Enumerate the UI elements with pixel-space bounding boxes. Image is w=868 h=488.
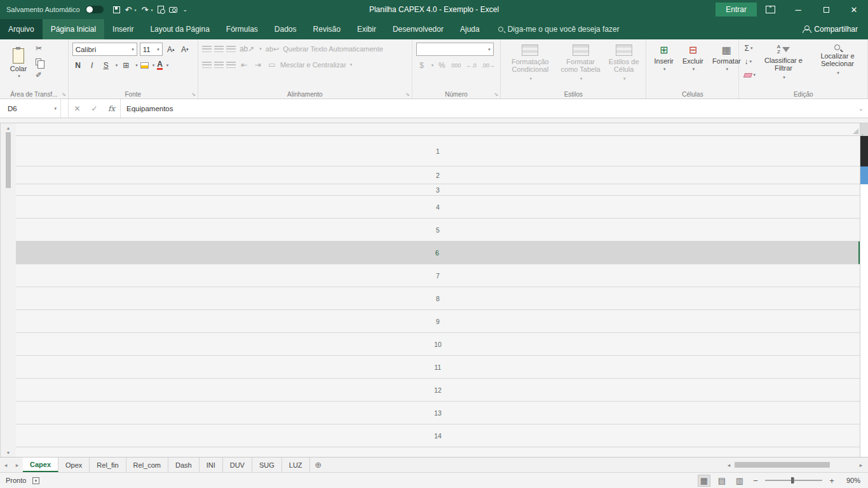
sort-filter-button[interactable]: AZ Classificar e Filtrar▾ — [758, 43, 809, 87]
minimize-button[interactable]: ─ — [784, 0, 812, 19]
align-right-icon[interactable] — [226, 62, 236, 69]
font-size-select[interactable]: 11▾ — [140, 43, 163, 56]
row-header[interactable]: 8 — [16, 287, 860, 310]
sheet-tab-sug[interactable]: SUG — [252, 458, 282, 472]
tab-revisao[interactable]: Revisão — [305, 19, 349, 39]
tab-inserir[interactable]: Inserir — [104, 19, 142, 39]
row-header[interactable]: 7 — [16, 264, 860, 287]
bold-button[interactable]: N — [72, 59, 84, 72]
row-header[interactable]: 2 — [16, 166, 860, 184]
tab-formulas[interactable]: Fórmulas — [218, 19, 266, 39]
hscroll-right-icon[interactable]: ▸ — [857, 462, 865, 468]
sheet-tab-opex[interactable]: Opex — [58, 458, 90, 472]
maximize-button[interactable] — [812, 0, 840, 19]
row-header[interactable]: 11 — [16, 356, 860, 379]
sheet-tab-dash[interactable]: Dash — [168, 458, 200, 472]
redo-icon[interactable]: ↷ — [142, 6, 149, 14]
close-button[interactable]: ✕ — [840, 0, 868, 19]
merge-center-button[interactable]: Mesclar e Centralizar — [280, 61, 346, 69]
name-box[interactable]: D6▾ — [0, 99, 61, 118]
font-shrink-icon[interactable]: A▾ — [179, 43, 191, 56]
borders-icon[interactable]: ⊞ — [120, 59, 132, 72]
fill-color-icon[interactable] — [140, 62, 149, 69]
format-as-table-button[interactable]: Formatar como Tabela▾ — [557, 43, 604, 87]
row-header[interactable]: 4 — [16, 196, 860, 219]
autosum-button[interactable]: Σ▾ — [744, 43, 756, 54]
row-header[interactable]: 14 — [16, 424, 860, 447]
sheet-nav-left-icon[interactable]: ◂ — [0, 458, 11, 472]
align-top-icon[interactable] — [202, 46, 212, 53]
thousands-icon[interactable]: 000 — [450, 59, 462, 72]
undo-icon[interactable]: ↶ — [125, 6, 132, 14]
vertical-scroll-thumb[interactable] — [6, 132, 11, 188]
row-header[interactable]: 9 — [16, 310, 860, 333]
macro-record-icon[interactable] — [32, 477, 39, 484]
zoom-in-icon[interactable]: + — [827, 476, 836, 485]
increase-decimal-icon[interactable]: ←.0 — [465, 59, 478, 72]
qat-more-icon[interactable]: ⌄ — [182, 7, 187, 13]
view-page-break-icon[interactable]: ▥ — [733, 475, 746, 487]
paste-button[interactable]: Colar ▾ — [4, 43, 33, 85]
row-header[interactable]: 1 — [16, 136, 860, 166]
tab-dados[interactable]: Dados — [266, 19, 305, 39]
zoom-slider[interactable] — [765, 480, 822, 481]
find-select-button[interactable]: Localizar e Selecionar▾ — [811, 43, 864, 87]
tell-me-search[interactable]: Diga-me o que você deseja fazer — [498, 19, 620, 39]
font-name-select[interactable]: Calibri▾ — [72, 43, 137, 56]
align-middle-icon[interactable] — [214, 46, 224, 53]
sheet-tab-duv[interactable]: DUV — [223, 458, 252, 472]
sheet-tab-capex[interactable]: Capex — [23, 458, 58, 472]
decrease-decimal-icon[interactable]: .00→ — [480, 59, 497, 72]
delete-cells-button[interactable]: ⊟ Excluir▾ — [679, 43, 707, 87]
copy-button[interactable]: ▾ — [36, 56, 45, 67]
row-header[interactable]: 5 — [16, 219, 860, 241]
scroll-up-icon[interactable]: ▲ — [6, 123, 11, 132]
tab-exibir[interactable]: Exibir — [349, 19, 384, 39]
sheet-nav-right-icon[interactable]: ▸ — [11, 458, 23, 472]
cut-button[interactable]: ✂ — [36, 43, 45, 54]
formula-input[interactable]: Equipamentos — [120, 99, 854, 118]
enter-icon[interactable]: ✓ — [86, 99, 103, 118]
dialog-launcher-icon[interactable]: ⇘ — [62, 92, 66, 97]
orientation-icon[interactable]: ab↗ — [238, 43, 255, 55]
tab-layout[interactable]: Layout da Página — [142, 19, 217, 39]
sheet-tab-rel-fin[interactable]: Rel_fin — [90, 458, 126, 472]
tab-ajuda[interactable]: Ajuda — [452, 19, 488, 39]
row-header[interactable]: 12 — [16, 379, 860, 402]
cell-styles-button[interactable]: Estilos de Célula▾ — [606, 43, 642, 87]
cancel-icon[interactable]: ✕ — [69, 99, 86, 118]
outdent-icon[interactable]: ⇤ — [238, 58, 250, 71]
formula-bar-expand-icon[interactable]: ⌄ — [854, 99, 868, 118]
scroll-down-icon[interactable]: ▼ — [6, 448, 11, 457]
sheet-tab-luz[interactable]: LUZ — [282, 458, 310, 472]
print-preview-icon[interactable] — [158, 6, 164, 13]
align-left-icon[interactable] — [202, 62, 212, 69]
insert-function-icon[interactable]: fx — [103, 99, 120, 118]
select-all-corner[interactable] — [16, 123, 860, 136]
fill-button[interactable]: ↓▾ — [744, 56, 756, 67]
hscroll-left-icon[interactable]: ◂ — [724, 462, 733, 468]
name-box-splitter[interactable] — [61, 99, 69, 118]
view-normal-icon[interactable]: ▦ — [698, 475, 710, 487]
share-button[interactable]: Compartilhar — [792, 19, 868, 39]
dialog-launcher-icon[interactable]: ⇘ — [191, 92, 196, 97]
sign-in-button[interactable]: Entrar — [715, 3, 757, 17]
sheet-tab-ini[interactable]: INI — [200, 458, 223, 472]
clear-button[interactable]: ▾ — [744, 69, 756, 81]
new-sheet-icon[interactable]: ⊕ — [310, 458, 327, 472]
font-grow-icon[interactable]: A▴ — [165, 43, 177, 56]
zoom-level[interactable]: 90% — [841, 477, 860, 484]
number-format-select[interactable]: ▾ — [416, 43, 494, 56]
percent-icon[interactable]: % — [436, 59, 447, 72]
wrap-text-button[interactable]: Quebrar Texto Automaticamente — [283, 45, 383, 53]
tab-arquivo[interactable]: Arquivo — [0, 19, 43, 39]
autosave-toggle[interactable] — [86, 6, 104, 13]
vertical-scrollbar[interactable]: ▲ ▼ — [0, 123, 16, 457]
row-header-selected[interactable]: 6 — [16, 241, 860, 264]
format-painter-button[interactable]: ✐ — [36, 69, 45, 81]
conditional-formatting-button[interactable]: Formatação Condicional▾ — [505, 43, 555, 87]
font-color-icon[interactable]: A — [157, 61, 163, 70]
tab-pagina-inicial[interactable]: Página Inicial — [43, 19, 104, 39]
align-bottom-icon[interactable] — [226, 46, 236, 53]
currency-icon[interactable]: $ — [416, 59, 428, 72]
